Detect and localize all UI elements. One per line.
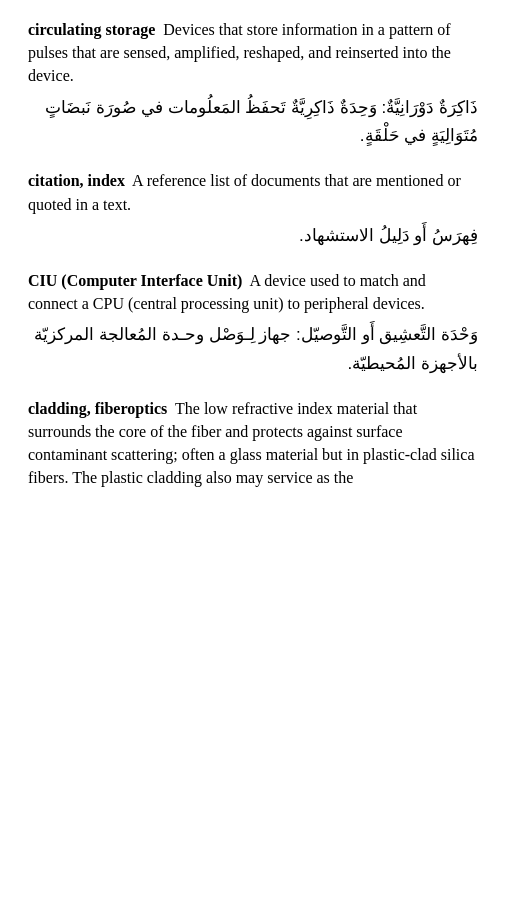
arabic-citation-index: فِهرَسُ أَو دَلِيلُ الاستشهاد. [28,222,478,251]
entry-circulating-storage: circulating storage Devices that store i… [28,18,478,151]
arabic-circulating-storage: ذَاكِرَةٌ دَوْرَانِيَّةٌ: وَحِدَةٌ ذَاكِ… [28,94,478,152]
entry-ciu-text: CIU (Computer Interface Unit) A device u… [28,269,478,315]
entry-citation-text: citation, index A reference list of docu… [28,169,478,215]
term-citation-index: citation, index [28,172,125,189]
entry-cladding-text: cladding, fiberoptics The low refractive… [28,397,478,490]
term-circulating-storage: circulating storage [28,21,155,38]
term-ciu: CIU (Computer Interface Unit) [28,272,242,289]
entry-cladding-fiberoptics: cladding, fiberoptics The low refractive… [28,397,478,490]
entry-circulating-storage-text: circulating storage Devices that store i… [28,18,478,88]
arabic-ciu: وَحْدَة التَّعشِيق أَو التَّوصيّل: جهاز … [28,321,478,379]
term-cladding-fiberoptics: cladding, fiberoptics [28,400,167,417]
entry-citation-index: citation, index A reference list of docu… [28,169,478,250]
entry-ciu: CIU (Computer Interface Unit) A device u… [28,269,478,379]
